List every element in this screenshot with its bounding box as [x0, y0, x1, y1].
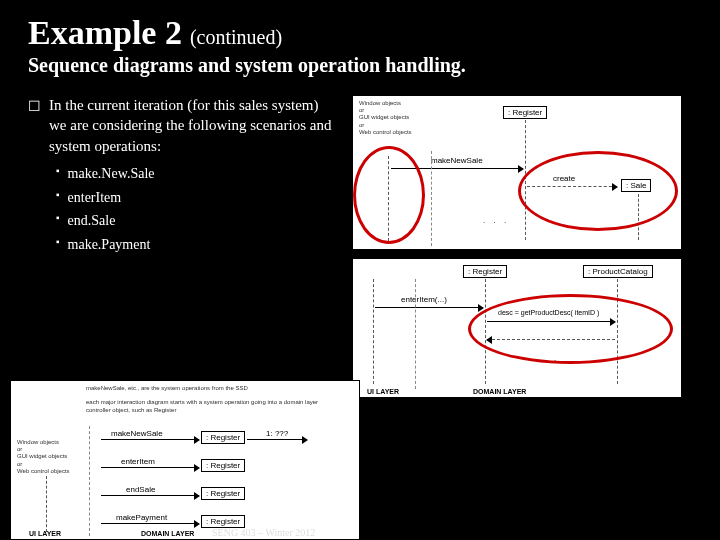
bullet-item: make.Payment	[68, 233, 151, 257]
highlight-ellipse	[518, 151, 678, 231]
return-arrow	[487, 339, 615, 340]
message-arrow	[101, 467, 199, 468]
ellipsis: . . .	[533, 354, 559, 363]
ellipsis: . . .	[483, 216, 509, 225]
lifeline-register: : Register	[201, 487, 245, 500]
msg-getproductdesc: desc = getProductDesc( itemID )	[498, 309, 599, 316]
lifeline-line	[485, 279, 486, 384]
message-arrow	[101, 495, 199, 496]
domain-layer-label: DOMAIN LAYER	[473, 388, 526, 395]
bullet-item: make.New.Sale	[68, 162, 155, 186]
bullet-icon: ▪	[56, 162, 60, 186]
msg-enteritem: enterItem	[121, 457, 155, 466]
footer-text: SENG 403 – Winter 2012	[212, 527, 315, 538]
bullet-item: end.Sale	[68, 209, 116, 233]
lifeline-line	[617, 279, 618, 384]
lifeline-register: : Register	[463, 265, 507, 278]
bullet-icon: ▪	[56, 233, 60, 257]
lifeline-line	[638, 194, 639, 240]
highlight-ellipse	[353, 146, 425, 244]
msg-unknown: 1: ???	[266, 429, 288, 438]
lifeline-register: : Register	[201, 459, 245, 472]
msg-create: create	[553, 174, 575, 183]
actor-label: Window objects or GUI widget objects or …	[17, 439, 77, 475]
sequence-diagram-enteritem: : Register : ProductCatalog enterItem(..…	[352, 258, 682, 398]
layer-divider	[431, 151, 432, 246]
message-arrow	[101, 439, 199, 440]
layer-divider	[89, 426, 90, 536]
subtitle: Sequence diagrams and system operation h…	[28, 54, 692, 77]
sequence-diagram-overview: makeNewSale, etc., are the system operat…	[10, 380, 360, 540]
lifeline-register: : Register	[503, 106, 547, 119]
msg-enteritem: enterItem(...)	[401, 295, 447, 304]
intro-text: In the current iteration (for this sales…	[49, 95, 338, 156]
message-arrow	[391, 168, 523, 169]
highlight-ellipse	[468, 294, 673, 364]
checkbox-icon: ☐	[28, 95, 41, 156]
layer-divider	[415, 279, 416, 389]
lifeline-productcatalog: : ProductCatalog	[583, 265, 653, 278]
message-arrow	[101, 523, 199, 524]
message-arrow	[487, 321, 615, 322]
lifeline-line	[46, 476, 47, 532]
actor-label: Window objects or GUI widget objects or …	[359, 100, 419, 136]
lifeline-line	[373, 279, 374, 384]
sequence-diagram-makenewsale: Window objects or GUI widget objects or …	[352, 95, 682, 250]
title-main: Example 2	[28, 14, 182, 52]
message-arrow	[375, 307, 483, 308]
lifeline-line	[525, 120, 526, 240]
message-arrow	[247, 439, 307, 440]
text-column: ☐ In the current iteration (for this sal…	[28, 95, 338, 398]
domain-layer-label: DOMAIN LAYER	[141, 530, 194, 537]
msg-makenewsale: makeNewSale	[111, 429, 163, 438]
lifeline-register: : Register	[201, 431, 245, 444]
bullet-item: enterItem	[68, 186, 122, 210]
ui-layer-label: UI LAYER	[29, 530, 61, 537]
msg-endsale: endSale	[126, 485, 155, 494]
diagram-note: makeNewSale, etc., are the system operat…	[86, 385, 336, 414]
ui-layer-label: UI LAYER	[367, 388, 399, 395]
bullet-icon: ▪	[56, 209, 60, 233]
title-continued: (continued)	[190, 26, 282, 49]
msg-makepayment: makePayment	[116, 513, 167, 522]
bullet-icon: ▪	[56, 186, 60, 210]
create-arrow	[527, 186, 617, 187]
lifeline-sale: : Sale	[621, 179, 651, 192]
msg-makenewsale: makeNewSale	[431, 156, 483, 165]
lifeline-line	[388, 156, 389, 241]
